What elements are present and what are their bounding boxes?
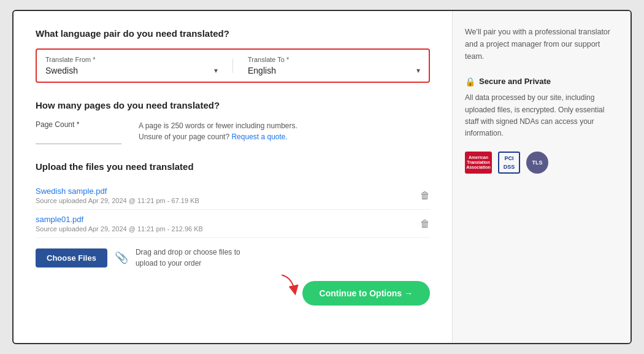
arrow-indicator: [277, 270, 307, 303]
badges-row: American Translation Association PCI DSS…: [465, 152, 618, 174]
page-count-hint: A page is 250 words or fewer including n…: [139, 120, 310, 142]
translate-to-field[interactable]: Translate To * English ▾: [248, 56, 420, 75]
file-list: Swedish sample.pdf Source uploaded Apr 2…: [36, 182, 430, 238]
file-info-0: Swedish sample.pdf Source uploaded Apr 2…: [36, 187, 199, 204]
upload-title: Upload the files you need translated: [36, 161, 430, 172]
left-panel: What language pair do you need translate…: [13, 11, 453, 343]
continue-to-options-button[interactable]: Continue to Options →: [302, 281, 430, 306]
pages-question: How many pages do you need translated?: [36, 100, 430, 110]
lang-divider: [232, 58, 233, 73]
translate-to-chevron-icon: ▾: [416, 66, 420, 75]
translate-from-chevron-icon: ▾: [214, 66, 218, 75]
upload-section: Upload the files you need translated Swe…: [36, 161, 430, 269]
secure-title: Secure and Private: [479, 75, 551, 88]
translate-from-label: Translate From *: [45, 56, 218, 63]
file-name-1: sample01.pdf: [36, 215, 203, 224]
file-info-1: sample01.pdf Source uploaded Apr 29, 202…: [36, 215, 203, 233]
drag-drop-text: Drag and drop or choose files toupload t…: [136, 247, 240, 269]
file-meta-1: Source uploaded Apr 29, 2024 @ 11:21 pm …: [36, 225, 203, 233]
paperclip-icon: 📎: [115, 251, 128, 264]
file-item-1: sample01.pdf Source uploaded Apr 29, 202…: [36, 210, 430, 238]
request-quote-link[interactable]: Request a quote.: [231, 133, 287, 141]
right-intro-text: We'll pair you with a professional trans…: [465, 26, 618, 63]
continue-wrap: Continue to Options →: [36, 281, 430, 306]
main-frame: What language pair do you need translate…: [12, 10, 632, 344]
secure-title-row: 🔒 Secure and Private: [465, 75, 618, 88]
page-count-input[interactable]: [36, 131, 121, 144]
page-count-wrap: Page Count *: [36, 120, 121, 144]
upload-controls: Choose Files 📎 Drag and drop or choose f…: [36, 247, 430, 269]
translate-to-value: English: [248, 66, 276, 75]
secure-section: 🔒 Secure and Private All data processed …: [465, 75, 618, 139]
ata-badge: American Translation Association: [465, 152, 492, 174]
file-name-0: Swedish sample.pdf: [36, 187, 199, 196]
file-delete-icon-0[interactable]: 🗑: [420, 190, 430, 201]
right-panel: We'll pair you with a professional trans…: [453, 11, 631, 343]
lock-icon: 🔒: [465, 75, 475, 88]
file-meta-0: Source uploaded Apr 29, 2024 @ 11:21 pm …: [36, 197, 199, 204]
secure-text: All data processed by our site, includin…: [465, 92, 618, 139]
tls-badge: TLS: [526, 152, 548, 174]
language-pair-box: Translate From * Swedish ▾ Translate To …: [36, 48, 430, 83]
translate-from-value: Swedish: [45, 66, 78, 75]
file-item-0: Swedish sample.pdf Source uploaded Apr 2…: [36, 182, 430, 210]
translate-to-label: Translate To *: [248, 56, 420, 63]
page-count-label: Page Count *: [36, 120, 121, 129]
file-delete-icon-1[interactable]: 🗑: [420, 218, 430, 229]
pages-section: How many pages do you need translated? P…: [36, 100, 430, 144]
pci-badge: PCI DSS: [498, 152, 520, 174]
language-question: What language pair do you need translate…: [36, 28, 430, 39]
translate-from-field[interactable]: Translate From * Swedish ▾: [45, 56, 218, 75]
choose-files-button[interactable]: Choose Files: [36, 248, 107, 267]
